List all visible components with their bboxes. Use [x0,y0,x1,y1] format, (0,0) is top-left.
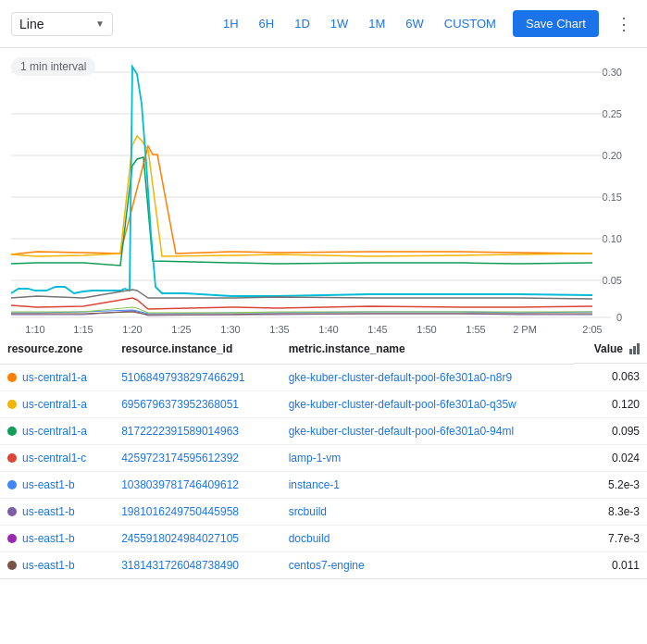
metric-name-cell: gke-kuber-cluster-default-pool-6fe301a0-… [281,390,574,417]
time-6h-button[interactable]: 6H [255,15,279,32]
table-row: us-central1-c 4259723174595612392 lamp-1… [0,444,647,471]
table-row: us-east1-b 2455918024984027105 docbuild … [0,525,647,551]
instance-id-link[interactable]: 3181431726048738490 [121,559,239,572]
interval-badge: 1 min interval [11,57,95,76]
svg-text:0: 0 [616,312,622,323]
instance-id-cell: 6956796373952368051 [114,390,280,417]
time-custom-button[interactable]: CUSTOM [441,15,500,32]
svg-text:1:35: 1:35 [269,324,289,335]
chart-header: Line ▼ 1H 6H 1D 1W 1M 6W CUSTOM Save Cha… [0,0,647,48]
time-1m-button[interactable]: 1M [365,15,389,32]
metric-name-link[interactable]: srcbuild [289,505,327,518]
column-sort-icon[interactable] [629,343,640,354]
instance-id-link[interactable]: 4259723174595612392 [121,452,239,464]
svg-text:1:45: 1:45 [367,324,387,335]
series-color-dot [7,453,17,463]
series-color-dot [7,534,17,543]
svg-text:1:40: 1:40 [318,324,338,335]
zone-cell: us-central1-a [0,364,114,390]
time-1h-button[interactable]: 1H [219,15,243,32]
instance-id-cell: 1981016249750445958 [114,498,280,525]
instance-id-link[interactable]: 1981016249750445958 [121,505,239,518]
svg-text:1:20: 1:20 [122,324,142,335]
metric-name-link[interactable]: instance-1 [289,478,340,491]
metric-name-link[interactable]: gke-kuber-cluster-default-pool-6fe301a0-… [289,371,512,384]
data-table: resource.zone resource.instance_id metri… [0,335,647,579]
value-cell: 0.011 [574,551,647,578]
series-color-dot [7,480,17,489]
metric-name-cell: srcbuild [281,498,574,525]
save-chart-button[interactable]: Save Chart [513,10,599,37]
zone-cell: us-central1-a [0,390,114,417]
series-color-dot [7,561,17,570]
chart-type-selector[interactable]: Line ▼ [11,12,113,36]
series-color-dot [7,427,17,436]
metric-name-cell: docbuild [281,525,574,551]
instance-id-link[interactable]: 5106849793829746629​1 [121,371,244,384]
instance-id-cell: 5106849793829746629​1 [114,364,280,390]
zone-cell: us-central1-c [0,444,114,471]
instance-id-cell: 8172222391589014963 [114,417,280,444]
value-cell: 0.095 [574,417,647,444]
table-row: us-central1-a 5106849793829746629​1 gke-… [0,364,647,390]
zone-cell: us-east1-b [0,525,114,551]
svg-text:1:50: 1:50 [417,324,436,335]
table-row: us-central1-a 8172222391589014963 gke-ku… [0,417,647,444]
zone-cell: us-central1-a [0,417,114,444]
chart-type-label: Line [19,17,44,31]
instance-id-cell: 3181431726048738490 [114,551,280,578]
metric-name-cell: gke-kuber-cluster-default-pool-6fe301a0-… [281,364,574,390]
value-cell: 7.7e-3 [574,525,647,551]
zone-link[interactable]: us-east1-b [22,478,75,491]
metric-name-link[interactable]: centos7-engine [289,559,365,572]
svg-text:1:30: 1:30 [220,324,240,335]
zone-cell: us-east1-b [0,551,114,578]
svg-text:1:10: 1:10 [25,324,44,335]
table-header-row: resource.zone resource.instance_id metri… [0,335,647,364]
metric-name-link[interactable]: gke-kuber-cluster-default-pool-6fe301a0-… [289,425,514,438]
zone-link[interactable]: us-central1-a [22,398,87,411]
instance-id-cell: 2455918024984027105 [114,525,280,551]
svg-text:1:25: 1:25 [171,324,191,335]
value-cell: 0.063 [574,364,647,390]
series-color-dot [7,400,17,409]
series-color-dot [7,373,17,382]
instance-id-link[interactable]: 6956796373952368051 [121,398,239,411]
zone-link[interactable]: us-central1-a [22,371,87,384]
more-options-icon[interactable]: ⋮ [612,10,636,38]
metric-name-link[interactable]: docbuild [289,532,330,545]
col-header-instance-id: resource.instance_id [114,335,280,364]
svg-text:2:05: 2:05 [582,324,602,335]
zone-cell: us-east1-b [0,471,114,498]
metric-name-link[interactable]: gke-kuber-cluster-default-pool-6fe301a0-… [289,398,516,411]
zone-cell: us-east1-b [0,498,114,525]
col-header-zone: resource.zone [0,335,114,364]
value-cell: 0.120 [574,390,647,417]
time-1d-button[interactable]: 1D [291,15,314,32]
instance-id-link[interactable]: 8172222391589014963 [121,425,239,438]
zone-link[interactable]: us-east1-b [22,559,75,572]
line-chart: 0.30 0.25 0.20 0.15 0.10 0.05 0 1:10 1:1… [0,48,647,335]
zone-link[interactable]: us-central1-a [22,425,87,438]
metric-name-cell: instance-1 [281,471,574,498]
chevron-down-icon: ▼ [95,19,105,29]
value-cell: 8.3e-3 [574,498,647,525]
instance-id-cell: 1038039781746409612 [114,471,280,498]
zone-link[interactable]: us-east1-b [22,505,75,518]
zone-link[interactable]: us-central1-c [22,452,86,464]
time-1w-button[interactable]: 1W [327,15,353,32]
value-cell: 0.024 [574,444,647,471]
instance-id-link[interactable]: 1038039781746409612 [121,478,239,491]
instance-id-link[interactable]: 2455918024984027105 [121,532,239,545]
value-cell: 5.2e-3 [574,471,647,498]
col-header-value: Value [574,335,647,364]
time-6w-button[interactable]: 6W [402,15,428,32]
metric-name-cell: gke-kuber-cluster-default-pool-6fe301a0-… [281,417,574,444]
chart-area: 1 min interval 0.30 0.25 0.20 0.15 0.10 … [0,48,647,335]
instance-id-cell: 4259723174595612392 [114,444,280,471]
data-table-container: resource.zone resource.instance_id metri… [0,335,647,579]
series-color-dot [7,507,17,516]
time-controls: 1H 6H 1D 1W 1M 6W CUSTOM Save Chart ⋮ [219,10,636,38]
metric-name-link[interactable]: lamp-1-vm [289,452,342,464]
zone-link[interactable]: us-east1-b [22,532,75,545]
